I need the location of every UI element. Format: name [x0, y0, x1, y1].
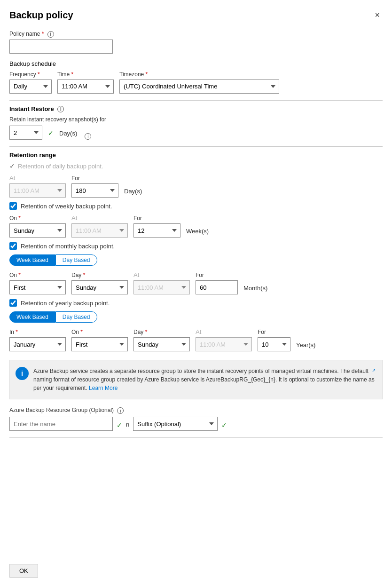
monthly-at-label: At: [133, 271, 190, 278]
daily-at-label: At: [9, 175, 66, 182]
yearly-checkbox[interactable]: [9, 299, 17, 307]
weekly-fields-row: On * SundayMondayTuesday WednesdayThursd…: [9, 214, 383, 238]
weekly-for-label: For: [133, 215, 180, 222]
backup-schedule-group: Backup schedule Frequency * Daily Weekly…: [9, 60, 383, 94]
weekly-on-label: On *: [9, 215, 66, 222]
monthly-day-label: Day *: [71, 272, 128, 278]
external-link-icon: ↗: [372, 367, 376, 374]
monthly-fields-row: On * FirstSecondThirdFourthLast Day * Su…: [9, 271, 383, 294]
daily-checkmark-row: ✓ Retention of daily backup point.: [9, 162, 383, 170]
instant-restore-info-icon[interactable]: i: [57, 106, 64, 112]
name-checkmark-icon: ✓: [117, 421, 122, 431]
frequency-col: Frequency * Daily Weekly: [9, 71, 52, 94]
divider-1: [9, 100, 383, 101]
time-select[interactable]: 11:00 AM: [57, 79, 114, 94]
yearly-in-label: In *: [9, 329, 66, 335]
resource-group-info-icon[interactable]: i: [117, 407, 124, 414]
yearly-at-col: At 11:00 AM: [196, 328, 252, 351]
time-label: Time *: [57, 71, 114, 78]
backup-schedule-label: Backup schedule: [9, 60, 383, 67]
yearly-check-label: Retention of yearly backup point.: [21, 300, 110, 307]
weekly-at-col: At 11:00 AM: [71, 214, 128, 238]
policy-name-info-icon[interactable]: i: [47, 31, 54, 38]
resource-group-section: Azure Backup Resource Group (Optional) i…: [9, 407, 383, 431]
monthly-at-select: 11:00 AM: [133, 280, 190, 294]
daily-check-label: Retention of daily backup point.: [18, 163, 103, 170]
monthly-for-label: For: [196, 272, 238, 278]
monthly-checkbox[interactable]: [9, 242, 17, 250]
days-info-icon[interactable]: i: [85, 133, 91, 140]
info-banner-icon: i: [16, 367, 29, 380]
retention-range-group: Retention range ✓ Retention of daily bac…: [9, 151, 383, 351]
monthly-unit: Month(s): [243, 285, 267, 294]
snapshot-days-select[interactable]: 1 2 3 4 5: [9, 126, 42, 140]
monthly-on-label: On *: [9, 272, 66, 278]
snapshot-days-unit: Day(s): [59, 130, 77, 140]
yearly-for-select[interactable]: 1020: [258, 337, 290, 351]
daily-fields-row: At 11:00 AM For 180 365 Day(s): [9, 175, 383, 198]
daily-for-col: For 180 365: [71, 175, 118, 198]
monthly-checkbox-row: Retention of monthly backup point.: [9, 242, 383, 250]
monthly-for-col: For: [196, 272, 238, 294]
bottom-divider: [9, 437, 383, 438]
yearly-unit: Year(s): [296, 341, 315, 351]
daily-unit: Day(s): [124, 188, 142, 198]
policy-name-label: Policy name * i: [9, 31, 383, 38]
ok-button[interactable]: OK: [9, 564, 38, 578]
weekly-for-select[interactable]: 122452: [133, 223, 180, 238]
time-col: Time * 11:00 AM: [57, 71, 114, 94]
weekly-checkbox[interactable]: [9, 202, 17, 210]
learn-more-link[interactable]: Learn More: [89, 385, 118, 391]
close-button[interactable]: ×: [372, 9, 383, 21]
daily-at-select: 11:00 AM: [9, 183, 66, 198]
instant-restore-group: Instant Restore i Retain instant recover…: [9, 105, 383, 140]
daily-for-label: For: [71, 175, 118, 182]
yearly-toggle-group: Week Based Day Based: [9, 311, 383, 323]
monthly-day-select[interactable]: SundayMondayTuesday WednesdayThursdayFri…: [71, 280, 128, 294]
retain-snapshot-row: 1 2 3 4 5 ✓ Day(s) i: [9, 126, 383, 140]
daily-for-select[interactable]: 180 365: [71, 183, 118, 198]
frequency-label: Frequency *: [9, 71, 52, 78]
weekly-on-select[interactable]: SundayMondayTuesday WednesdayThursdayFri…: [9, 223, 66, 238]
yearly-fields-row: In * JanuaryFebruaryMarchApril MayJuneJu…: [9, 328, 383, 351]
weekly-unit: Week(s): [186, 228, 209, 238]
yearly-in-select[interactable]: JanuaryFebruaryMarchApril MayJuneJulyAug…: [9, 337, 66, 351]
monthly-check-label: Retention of monthly backup point.: [21, 243, 115, 250]
yearly-day-label: Day *: [133, 329, 190, 335]
timezone-label: Timezone *: [119, 71, 279, 78]
monthly-on-select[interactable]: FirstSecondThirdFourthLast: [9, 280, 66, 294]
yearly-on-select[interactable]: FirstSecondThirdFourthLast: [71, 337, 128, 351]
yearly-day-based-btn[interactable]: Day Based: [55, 311, 97, 323]
retain-snapshot-label: Retain instant recovery snapshot(s) for: [9, 116, 383, 123]
weekly-for-col: For 122452: [133, 215, 180, 238]
timezone-select[interactable]: (UTC) Coordinated Universal Time: [119, 79, 279, 94]
panel-header: Backup policy ×: [9, 9, 383, 21]
policy-name-input[interactable]: [9, 40, 113, 54]
daily-at-col: At 11:00 AM: [9, 175, 66, 198]
yearly-in-col: In * JanuaryFebruaryMarchApril MayJuneJu…: [9, 329, 66, 351]
weekly-on-col: On * SundayMondayTuesday WednesdayThursd…: [9, 215, 66, 238]
weekly-checkbox-row: Retention of weekly backup point.: [9, 202, 383, 210]
monthly-day-based-btn[interactable]: Day Based: [55, 254, 97, 266]
yearly-for-col: For 1020: [258, 329, 290, 351]
monthly-at-col: At 11:00 AM: [133, 271, 190, 294]
required-star: *: [42, 31, 44, 37]
timezone-col: Timezone * (UTC) Coordinated Universal T…: [119, 71, 279, 94]
backup-schedule-row: Frequency * Daily Weekly Time * 11:00 AM: [9, 71, 383, 94]
yearly-week-based-btn[interactable]: Week Based: [9, 311, 55, 323]
monthly-for-input[interactable]: [196, 280, 238, 294]
yearly-day-select[interactable]: SundayMondayTuesday WednesdayThursdayFri…: [133, 337, 190, 351]
yearly-day-col: Day * SundayMondayTuesday WednesdayThurs…: [133, 329, 190, 351]
resource-name-input[interactable]: [9, 417, 113, 431]
yearly-at-label: At: [196, 328, 252, 335]
yearly-on-label: On *: [71, 329, 128, 335]
monthly-on-col: On * FirstSecondThirdFourthLast: [9, 272, 66, 294]
suffix-select[interactable]: Suffix (Optional): [133, 417, 218, 431]
retention-range-label: Retention range: [9, 151, 383, 159]
frequency-select[interactable]: Daily Weekly: [9, 79, 52, 94]
monthly-week-based-btn[interactable]: Week Based: [9, 254, 55, 266]
monthly-day-col: Day * SundayMondayTuesday WednesdayThurs…: [71, 272, 128, 294]
daily-checkmark-icon: ✓: [9, 162, 15, 170]
yearly-on-col: On * FirstSecondThirdFourthLast: [71, 329, 128, 351]
info-banner-text: Azure Backup service creates a separate …: [33, 368, 375, 391]
